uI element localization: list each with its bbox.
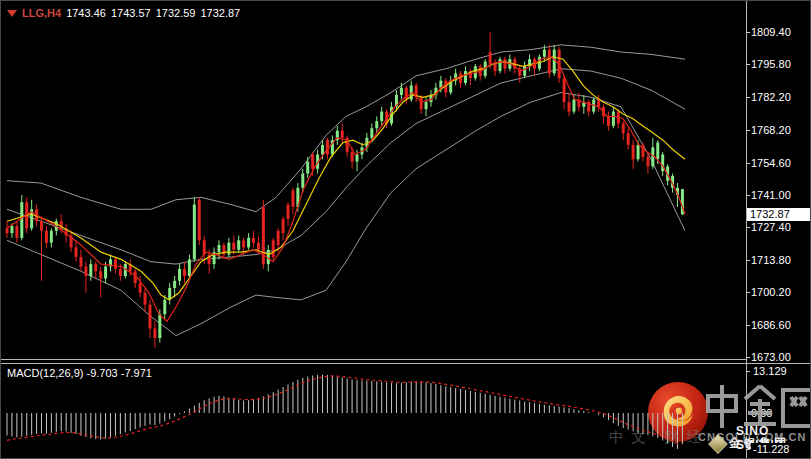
candle-body [262,207,265,264]
ma-yellow-line [7,57,685,300]
price-tick-label: 1686.60 [751,319,791,331]
price-tick-mark [746,32,750,33]
ma-red-line [7,57,685,322]
candle-body [20,202,23,238]
candle-body [65,228,68,235]
candle-body [208,255,211,265]
price-tick-label: 1768.20 [751,124,791,136]
candle-body [415,85,418,97]
candle-body [124,264,127,276]
chart-canvas[interactable] [1,1,811,459]
panel-separator-bottom [1,363,811,364]
candle-body [306,162,309,174]
candle-body [469,71,472,78]
candle-body [494,64,497,71]
candle-body [582,102,585,107]
candle-body [646,157,649,167]
candle-body [316,154,319,168]
candle-body [178,269,181,281]
candle-body [637,145,640,159]
candle-body [55,221,58,231]
price-tick-label: 1673.00 [751,351,791,363]
candle-body [75,247,78,257]
candle-body [518,69,521,76]
candle-body [499,59,502,71]
candle-body [671,176,674,188]
cngold-logo-icon [646,380,710,444]
macd-value: -9.703 [86,367,117,379]
candle-body [301,174,304,188]
candle-body [370,128,373,138]
candle-body [380,112,383,122]
candle-body [572,100,575,112]
candle-body [296,188,299,207]
macd-tick-label-top: 13.129 [751,365,789,377]
candle-body [129,264,132,271]
candle-body [375,121,378,128]
candle-body [656,143,659,160]
candle-body [277,231,280,245]
candle-body [385,112,388,124]
candle-body [592,100,595,112]
candle-body [10,226,13,233]
price-tick-mark [746,227,750,228]
candle-body [676,188,679,195]
candle-body [538,57,541,69]
candle-body [247,238,250,248]
low-value: 1732.59 [156,7,196,19]
candle-body [267,250,270,264]
candle-body [217,245,220,252]
candle-body [400,88,403,95]
candle-body [351,152,354,162]
candle-body [439,81,442,88]
candle-body [612,112,615,126]
candle-body [89,264,92,276]
candle-body [50,231,53,243]
candle-body [183,269,186,276]
price-tick-mark [746,325,750,326]
macd-tick-label-bottom: -11.228 [751,443,792,455]
triangle-down-icon [7,10,17,17]
candle-body [94,264,97,271]
candle-body [444,81,447,93]
price-tick-mark [746,130,750,131]
price-tick-label: 1809.40 [751,26,791,38]
candle-body [390,107,393,124]
candle-body [139,283,142,293]
candle-body [213,252,216,264]
price-tick-mark [746,357,750,358]
diamond-logo-icon [708,434,728,454]
candle-body [681,189,684,214]
candle-body [163,300,166,314]
bollinger-lower-line [7,93,685,336]
candle-body [459,73,462,83]
candle-body [434,88,437,95]
candle-body [326,140,329,154]
bollinger-upper-line [7,45,685,212]
current-price-badge: 1732.87 [747,208,811,221]
candle-body [632,145,635,159]
candle-body [528,59,531,66]
candle-body [489,52,492,64]
candle-body [222,245,225,255]
candle-body [148,305,151,329]
candle-body [134,271,137,283]
candle-body [558,50,561,79]
candle-body [45,231,48,243]
candle-body [503,59,506,69]
high-value: 1743.57 [111,7,151,19]
macd-zero-label: 0.00 [751,407,772,419]
candle-body [119,269,122,276]
candle-body [548,50,551,74]
candle-body [395,95,398,107]
candle-body [602,107,605,117]
candle-body [479,66,482,76]
candle-body [203,240,206,254]
price-tick-label: 1741.00 [751,189,791,201]
candle-body [311,154,314,168]
candle-body [622,124,625,134]
price-tick-label: 1700.20 [751,286,791,298]
candle-body [533,59,536,69]
candle-body [341,131,344,138]
candle-body [474,66,477,78]
